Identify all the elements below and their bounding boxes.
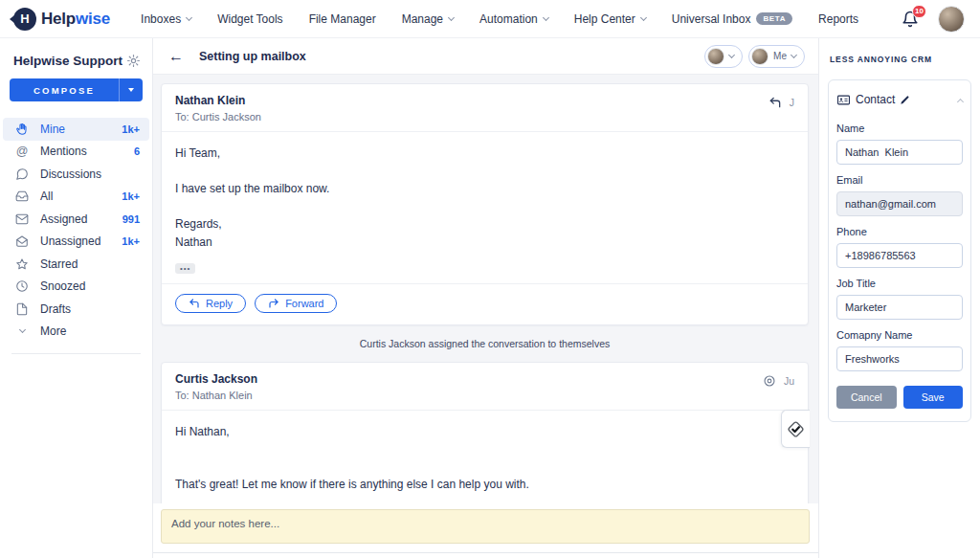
crm-card-title: Contact (856, 93, 895, 106)
phone-field[interactable] (836, 243, 963, 268)
compose-button[interactable]: COMPOSE (10, 78, 119, 101)
message-header: Curtis Jackson To: Nathan Klein Ju (162, 363, 808, 411)
message-date: Ju (784, 375, 794, 387)
mail-icon (14, 212, 30, 226)
chevron-up-icon (957, 99, 964, 105)
compose-dropdown-button[interactable] (120, 78, 143, 101)
conversation-pane: ← Setting up mailbox Me Nathan K (153, 38, 818, 558)
participant-avatar (707, 48, 724, 65)
name-field[interactable] (836, 140, 963, 165)
menu-automation[interactable]: Automation (479, 12, 548, 26)
brand-name: Helpwise (41, 10, 110, 29)
message-card: Nathan Klein To: Curtis Jackson J Hi Tea… (161, 83, 809, 325)
inbox-sidebar: Helpwise Support COMPOSE Mine 1k+ @ Ment… (0, 38, 153, 558)
chevron-down-icon (448, 13, 455, 20)
collapse-card-button[interactable] (958, 91, 963, 108)
forward-button[interactable]: Forward (255, 294, 337, 313)
message-sender: Nathan Klein (175, 94, 261, 107)
count-badge: 1k+ (122, 123, 140, 135)
user-avatar[interactable] (938, 6, 965, 33)
sidebar-item-drafts[interactable]: Drafts (3, 298, 149, 321)
company-name-field[interactable] (836, 346, 963, 371)
mark-done-button[interactable] (781, 410, 810, 448)
chevron-down-icon (186, 13, 192, 20)
trimmed-content-toggle[interactable]: ••• (175, 263, 195, 274)
menu-file-manager[interactable]: File Manager (309, 12, 376, 26)
crm-app-title: LESS ANNOYING CRM (830, 55, 971, 64)
reply-icon (189, 298, 200, 309)
main-menu: Inboxes Widget Tools File Manager Manage… (141, 12, 858, 26)
sidebar-divider (11, 353, 141, 354)
chevron-down-icon (14, 330, 30, 332)
sidebar-item-mentions[interactable]: @ Mentions 6 (3, 141, 149, 164)
assignee-avatar (751, 48, 768, 65)
crm-field-company-name: Comapny Name (836, 329, 963, 371)
notifications-button[interactable]: 10 (902, 11, 919, 28)
menu-inboxes[interactable]: Inboxes (141, 12, 191, 26)
sidebar-item-discussions[interactable]: Discussions (3, 163, 149, 186)
job-title-field[interactable] (836, 295, 963, 320)
chevron-down-icon (640, 13, 647, 20)
star-icon (14, 257, 30, 271)
count-badge: 6 (134, 145, 140, 157)
back-arrow-icon[interactable]: ← (168, 49, 184, 64)
menu-reports[interactable]: Reports (818, 12, 858, 26)
crm-field-email: Email (836, 174, 963, 216)
count-badge: 991 (122, 213, 140, 225)
message-actions: Reply Forward (162, 283, 808, 324)
sidebar-item-all[interactable]: All 1k+ (3, 186, 149, 209)
system-message: Curtis Jackson assigned the conversation… (161, 338, 809, 349)
email-field[interactable] (836, 191, 963, 216)
message-recipient: To: Nathan Klein (175, 390, 257, 401)
file-icon (14, 302, 30, 316)
crm-field-job-title: Job Title (836, 278, 963, 320)
menu-manage[interactable]: Manage (402, 12, 454, 26)
hand-icon (14, 123, 30, 136)
sidebar-item-more[interactable]: More (3, 321, 149, 344)
pencil-icon[interactable] (900, 95, 910, 105)
crm-field-name: Name (836, 123, 963, 165)
note-composer (153, 503, 818, 552)
assignee-dropdown[interactable]: Me (748, 45, 805, 68)
menu-universal-inbox[interactable]: Universal InboxBETA (672, 12, 792, 26)
beta-badge: BETA (756, 12, 792, 25)
check-icon (786, 419, 806, 439)
contact-card-icon (836, 93, 851, 107)
assignment-pills: Me (704, 45, 805, 68)
save-button[interactable]: Save (903, 386, 964, 409)
sidebar-item-assigned[interactable]: Assigned 991 (3, 208, 149, 231)
note-input[interactable] (161, 509, 810, 544)
chat-bubble-icon (14, 167, 30, 181)
helpwise-logo[interactable]: H Helpwise (13, 8, 110, 31)
menu-help-center[interactable]: Help Center (574, 12, 646, 26)
topnav-right: 10 (902, 6, 965, 33)
chevron-down-icon (791, 51, 797, 57)
message-sender: Curtis Jackson (175, 372, 257, 386)
mail-open-icon (14, 234, 30, 248)
message-body: Hi Nathan, That's great! Let me know if … (162, 411, 808, 503)
message-thread[interactable]: Nathan Klein To: Curtis Jackson J Hi Tea… (153, 75, 818, 503)
crm-contact-card: Contact Name Email Phone Job Title (828, 79, 971, 422)
sidebar-item-snoozed[interactable]: Snoozed (3, 276, 149, 299)
clock-icon (14, 279, 30, 293)
crm-sidebar: LESS ANNOYING CRM Contact Name Email (818, 38, 980, 558)
reply-icon[interactable] (768, 96, 782, 109)
sidebar-item-starred[interactable]: Starred (3, 253, 149, 276)
seen-icon[interactable] (763, 374, 776, 388)
conversation-header: ← Setting up mailbox Me (153, 38, 818, 75)
helpwise-logo-icon: H (13, 8, 36, 31)
menu-widget-tools[interactable]: Widget Tools (217, 12, 282, 26)
cancel-button[interactable]: Cancel (836, 386, 897, 409)
sidebar-item-unassigned[interactable]: Unassigned 1k+ (3, 231, 149, 254)
notification-count-badge: 10 (912, 5, 926, 18)
count-badge: 1k+ (122, 190, 140, 202)
chevron-down-icon (543, 13, 549, 20)
chevron-down-icon (728, 51, 735, 57)
participant-dropdown[interactable] (704, 45, 743, 68)
message-date: J (790, 97, 794, 108)
gear-icon[interactable] (126, 54, 141, 68)
message-header: Nathan Klein To: Curtis Jackson J (162, 84, 808, 132)
reply-button[interactable]: Reply (175, 294, 246, 313)
sidebar-item-mine[interactable]: Mine 1k+ (3, 118, 149, 141)
message-body: Hi Team, I have set up the mailbox now. … (162, 132, 808, 257)
